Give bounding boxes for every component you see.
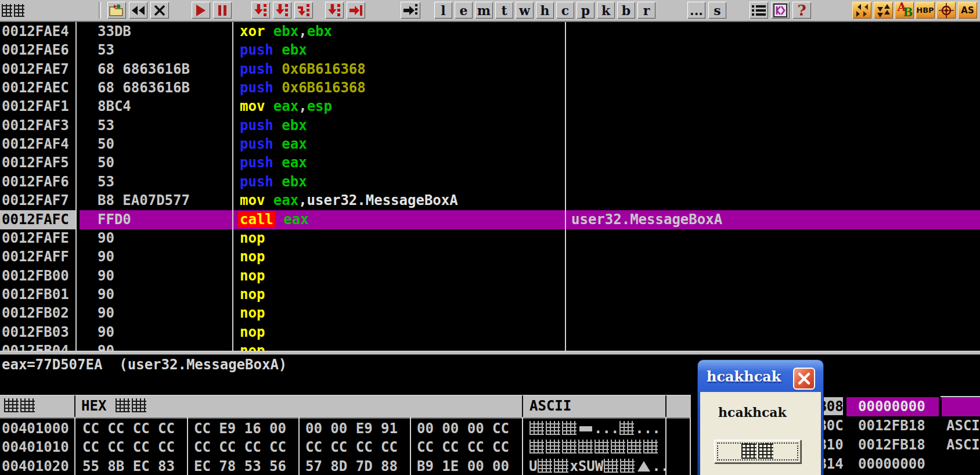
disasm-row[interactable]: 0012FAF353push ebx: [0, 116, 980, 135]
column-separator[interactable]: [232, 22, 233, 351]
disasm-row[interactable]: 0012FB0490nop: [0, 341, 980, 351]
jump-arrows-icon[interactable]: [874, 2, 893, 19]
disasm-row[interactable]: 0012FB0290nop: [0, 304, 980, 323]
toolbar-separator: [99, 2, 101, 19]
disasm-row[interactable]: 0012FAF653push ebx: [0, 172, 980, 192]
disassembly-pane[interactable]: 0012FAE433DBxor ebx,ebx0012FAE653push eb…: [0, 22, 980, 351]
panel-button-b[interactable]: b: [617, 2, 635, 19]
panel-button-k[interactable]: k: [597, 2, 615, 19]
disasm-row[interactable]: 0012FAFE90nop: [0, 229, 980, 248]
disasm-row[interactable]: 0012FB0090nop: [0, 267, 980, 286]
panel-button-l[interactable]: l: [434, 2, 452, 19]
disasm-row[interactable]: 0012FAFF90nop: [0, 247, 980, 267]
disasm-row[interactable]: 0012FAE653push ebx: [0, 41, 980, 60]
open-file-icon[interactable]: [107, 2, 126, 19]
panel-button-s[interactable]: s: [708, 2, 726, 19]
panel-button-r[interactable]: r: [637, 2, 655, 19]
dialog-message: hcakhcak: [718, 405, 787, 420]
pause-icon[interactable]: [213, 2, 232, 19]
disasm-row[interactable]: 0012FAE768 6863616Bpush 0x6B616368: [0, 60, 980, 79]
stack-top-line: [941, 396, 980, 397]
ab-strings-icon[interactable]: AB: [895, 2, 914, 19]
trace-into-icon[interactable]: [294, 2, 313, 19]
hbp-icon[interactable]: HBP: [916, 2, 935, 19]
panel-button-m[interactable]: m: [475, 2, 493, 19]
pane-splitter[interactable]: [0, 351, 980, 355]
execute-till-return-icon[interactable]: [347, 2, 365, 19]
step-over-icon[interactable]: [273, 2, 291, 19]
stack-row[interactable]: 0012FB0800000000: [0, 397, 980, 416]
step-into-icon[interactable]: [251, 2, 270, 19]
close-icon[interactable]: [150, 2, 169, 19]
dialog-body: hcakhcak: [700, 392, 821, 475]
disasm-row[interactable]: 0012FAEC68 6863616Bpush 0x6B616368: [0, 78, 980, 98]
windows-list-icon[interactable]: [750, 2, 768, 19]
go-to-icon[interactable]: [401, 2, 420, 19]
run-icon[interactable]: [192, 2, 210, 19]
as-icon[interactable]: AS: [958, 2, 977, 19]
disasm-row[interactable]: 0012FAF550push eax: [0, 153, 980, 172]
patch-icon[interactable]: [771, 2, 790, 19]
disasm-row[interactable]: 0012FB0390nop: [0, 323, 980, 342]
ok-button[interactable]: [714, 440, 801, 463]
dialog-title: hcakhcak: [707, 368, 781, 385]
breakpoint-target-icon[interactable]: [936, 2, 956, 19]
disasm-row[interactable]: 0012FAE433DBxor ebx,ebx: [0, 22, 980, 41]
panel-button-p[interactable]: p: [577, 2, 595, 19]
column-separator[interactable]: [565, 22, 566, 351]
focus-rect: [717, 442, 798, 460]
disasm-row[interactable]: 0012FAF18BC4mov eax,esp: [0, 97, 980, 116]
disasm-row[interactable]: 0012FB0190nop: [0, 285, 980, 304]
close-icon[interactable]: [793, 368, 815, 390]
panel-button-e[interactable]: e: [455, 2, 473, 19]
disasm-row[interactable]: 0012FAF7B8 EA07D577mov eax,user32.Messag…: [0, 191, 980, 210]
ollydbg-window: lemtwhcpkbr...s?ABHBPAS 0012FAE433DBxor …: [0, 0, 980, 475]
rewind-icon[interactable]: [129, 2, 147, 19]
panel-button-t[interactable]: t: [495, 2, 513, 19]
disasm-row[interactable]: 0012FAF450push eax: [0, 135, 980, 154]
help-icon[interactable]: ?: [792, 2, 811, 19]
stack-row[interactable]: 0012FB1400000000: [0, 455, 980, 474]
trace-over-icon[interactable]: [325, 2, 344, 19]
stack-row[interactable]: 0012FB0C0012FB18ASCII: [0, 416, 980, 436]
toolbar: lemtwhcpkbr...s?ABHBPAS: [0, 0, 980, 22]
panel-button-c[interactable]: c: [556, 2, 574, 19]
stack-row[interactable]: 0012FB100012FB18ASCII: [0, 436, 980, 455]
panel-button-h[interactable]: h: [536, 2, 554, 19]
status-label: [1, 2, 26, 19]
panel-button-w[interactable]: w: [516, 2, 534, 19]
compare-icon[interactable]: [852, 2, 871, 19]
column-separator[interactable]: [75, 22, 77, 351]
disasm-row[interactable]: 0012FAFCFFD0call eaxuser32.MessageBoxA: [0, 210, 980, 229]
panel-button-dotdotdot[interactable]: ...: [687, 2, 705, 19]
message-box: hcakhcak hcakhcak: [698, 360, 823, 475]
